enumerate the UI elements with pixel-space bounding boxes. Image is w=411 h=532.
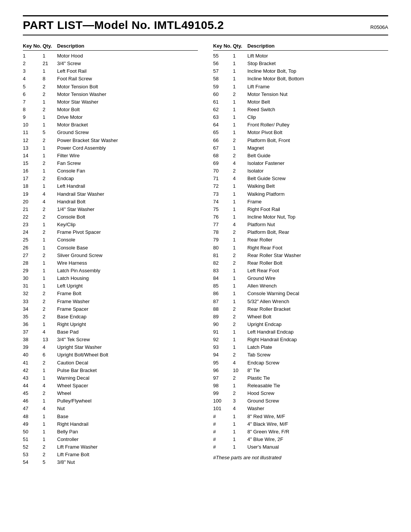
part-key: # (213, 436, 233, 443)
part-key: 67 (213, 144, 233, 152)
part-qty: 1 (233, 290, 247, 297)
part-key: 16 (23, 167, 43, 175)
table-row: # 1 User's Manual (213, 443, 388, 451)
part-qty: 2 (233, 390, 247, 397)
part-desc: Nut (57, 405, 198, 412)
part-desc: Frame Bolt (57, 290, 198, 297)
part-qty: 1 (233, 198, 247, 206)
part-key: # (213, 443, 233, 451)
part-key: 101 (213, 405, 233, 412)
part-desc: Console Fan (57, 167, 198, 175)
part-qty: 1 (233, 443, 247, 451)
part-key: 84 (213, 275, 233, 282)
part-qty: 1 (43, 413, 57, 420)
part-qty: 1 (233, 129, 247, 136)
part-qty: 1 (233, 60, 247, 67)
part-qty: 1 (43, 259, 57, 267)
part-qty: 1 (233, 328, 247, 336)
part-qty: 4 (43, 382, 57, 390)
part-desc: Motor Pivot Bolt (247, 129, 388, 136)
part-desc: Washer (247, 405, 388, 412)
table-row: 43 1 Warning Decal (23, 374, 198, 382)
part-desc: Walking Platform (247, 190, 388, 198)
part-key: 31 (23, 282, 43, 290)
part-qty: 1 (43, 367, 57, 374)
part-desc: Platform Bolt, Rear (247, 228, 388, 236)
part-key: 43 (23, 374, 43, 382)
table-row: 73 1 Walking Platform (213, 190, 388, 198)
part-desc: 5/32" Allen Wrench (247, 298, 388, 305)
part-desc: Handrail Bolt (57, 198, 198, 206)
table-row: 88 2 Rear Roller Bracket (213, 305, 388, 313)
part-qty: 1 (43, 267, 57, 275)
part-qty: 1 (43, 428, 57, 436)
part-qty: 2 (43, 175, 57, 182)
part-qty: 2 (233, 321, 247, 328)
part-qty: 2 (233, 228, 247, 236)
part-qty: 1 (233, 420, 247, 428)
table-row: 4 8 Foot Rail Screw (23, 75, 198, 83)
table-row: 66 2 Platform Bolt, Front (213, 137, 388, 144)
part-desc: Plastic Tie (247, 374, 388, 382)
table-row: 65 1 Motor Pivot Bolt (213, 129, 388, 136)
part-qty: 1 (233, 83, 247, 91)
part-qty: 1 (233, 413, 247, 420)
part-desc: Reed Switch (247, 106, 388, 113)
part-key: 54 (23, 459, 43, 466)
part-qty: 1 (43, 236, 57, 244)
part-qty: 2 (233, 167, 247, 175)
part-desc: Platform Nut (247, 221, 388, 228)
part-qty: 1 (233, 267, 247, 275)
part-desc: Drive Motor (57, 113, 198, 121)
part-key: 72 (213, 182, 233, 190)
part-qty: 4 (233, 221, 247, 228)
part-qty: 1 (43, 67, 57, 75)
part-desc: Wire Harness (57, 259, 198, 267)
part-key: 23 (23, 221, 43, 228)
part-key: 89 (213, 313, 233, 321)
part-key: 25 (23, 236, 43, 244)
table-row: 44 4 Wheel Spacer (23, 382, 198, 390)
part-qty: 2 (43, 252, 57, 259)
part-qty: 2 (233, 252, 247, 259)
part-key: 77 (213, 221, 233, 228)
part-key: 58 (213, 75, 233, 83)
part-qty: 1 (233, 343, 247, 351)
part-key: 88 (213, 305, 233, 313)
table-row: 52 2 Lift Frame Washer (23, 443, 198, 451)
part-qty: 2 (43, 106, 57, 113)
part-key: 81 (213, 252, 233, 259)
part-desc: Right Upright (57, 321, 198, 328)
table-row: 94 2 Tab Screw (213, 351, 388, 359)
part-key: 48 (23, 413, 43, 420)
left-key-no-header: Key No. (23, 43, 43, 49)
part-desc: Motor Hood (57, 52, 198, 60)
table-row: 84 1 Ground Wire (213, 275, 388, 282)
part-qty: 4 (233, 359, 247, 367)
part-desc: Left Handrail Endcap (247, 328, 388, 336)
part-key: 70 (213, 167, 233, 175)
part-key: # (213, 413, 233, 420)
part-key: 69 (213, 160, 233, 167)
left-parts-list: 1 1 Motor Hood 2 21 3/4" Screw 3 1 Left … (23, 52, 198, 466)
part-qty: 1 (43, 52, 57, 60)
table-row: 14 1 Filter Wire (23, 152, 198, 160)
part-qty: 2 (43, 160, 57, 167)
table-row: 26 1 Console Base (23, 244, 198, 252)
part-qty: 2 (43, 298, 57, 305)
part-key: 97 (213, 374, 233, 382)
part-desc: Frame (247, 198, 388, 206)
part-desc: Base Pad (57, 328, 198, 336)
part-desc: Upright Endcap (247, 321, 388, 328)
table-row: 24 2 Frame Pivot Spacer (23, 228, 198, 236)
part-key: 93 (213, 343, 233, 351)
table-row: 5 2 Motor Tension Bolt (23, 83, 198, 91)
part-qty: 3 (233, 397, 247, 405)
part-qty: 1 (233, 121, 247, 129)
part-key: 38 (23, 336, 43, 343)
part-desc: Walking Belt (247, 182, 388, 190)
table-row: 50 1 Belly Pan (23, 428, 198, 436)
part-qty: 1 (43, 121, 57, 129)
right-column: Key No. Qty. Description 55 1 Lift Motor… (213, 43, 388, 466)
part-qty: 1 (43, 144, 57, 152)
